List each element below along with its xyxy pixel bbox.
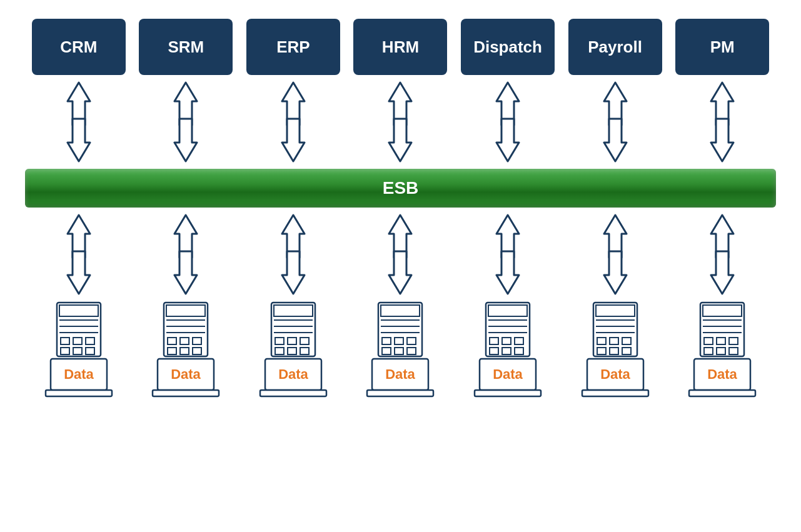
svg-marker-27 xyxy=(711,251,733,294)
svg-rect-119 xyxy=(703,305,742,316)
svg-rect-98 xyxy=(515,348,523,354)
module-hrm: HRM xyxy=(353,19,447,75)
module-srm: SRM xyxy=(139,19,233,75)
top-arrow-3 xyxy=(353,81,447,163)
bottom-arrow-6 xyxy=(675,214,769,295)
server-unit-6: Data xyxy=(675,301,769,401)
server-unit-2: Data xyxy=(246,301,340,401)
svg-rect-63 xyxy=(275,338,284,344)
svg-rect-50 xyxy=(193,338,201,344)
svg-rect-108 xyxy=(597,338,606,344)
svg-rect-127 xyxy=(717,348,725,354)
module-dispatch: Dispatch xyxy=(461,19,555,75)
module-payroll: Payroll xyxy=(568,19,662,75)
server-unit-4: Data xyxy=(461,301,555,401)
laptop-icon-5: Data xyxy=(581,358,650,401)
svg-text:Data: Data xyxy=(386,366,416,382)
svg-rect-34 xyxy=(73,338,82,344)
svg-marker-13 xyxy=(711,119,733,161)
svg-rect-113 xyxy=(622,348,631,354)
svg-marker-11 xyxy=(604,119,627,161)
bottom-arrow-5 xyxy=(568,214,662,295)
server-icon-1 xyxy=(158,301,214,358)
svg-rect-110 xyxy=(622,338,631,344)
svg-rect-80 xyxy=(407,338,416,344)
svg-rect-68 xyxy=(300,348,309,354)
svg-rect-66 xyxy=(275,348,284,354)
svg-rect-49 xyxy=(180,338,189,344)
svg-rect-36 xyxy=(61,348,69,354)
svg-marker-7 xyxy=(389,119,411,161)
svg-rect-57 xyxy=(153,390,219,396)
top-arrow-2 xyxy=(246,81,340,163)
svg-rect-87 xyxy=(367,390,433,396)
svg-marker-21 xyxy=(389,251,411,294)
svg-marker-15 xyxy=(68,251,90,294)
top-arrow-0 xyxy=(32,81,126,163)
svg-rect-29 xyxy=(59,305,98,316)
module-pm: PM xyxy=(675,19,769,75)
bottom-arrow-3 xyxy=(353,214,447,295)
server-icon-5 xyxy=(587,301,643,358)
svg-rect-72 xyxy=(260,390,326,396)
svg-marker-3 xyxy=(174,119,197,161)
svg-rect-82 xyxy=(395,348,403,354)
svg-rect-117 xyxy=(582,390,648,396)
svg-rect-33 xyxy=(61,338,69,344)
svg-rect-67 xyxy=(288,348,296,354)
svg-rect-65 xyxy=(300,338,309,344)
top-arrow-5 xyxy=(568,81,662,163)
svg-rect-126 xyxy=(704,348,713,354)
server-icon-2 xyxy=(265,301,321,358)
bottom-arrows-row xyxy=(25,208,776,301)
modules-row: CRMSRMERPHRMDispatchPayrollPM xyxy=(25,19,776,75)
svg-marker-1 xyxy=(68,119,90,161)
bottom-arrow-1 xyxy=(139,214,233,295)
top-arrows-row xyxy=(25,75,776,169)
laptop-icon-1: Data xyxy=(151,358,220,401)
svg-rect-37 xyxy=(73,348,82,354)
svg-rect-59 xyxy=(274,305,313,316)
svg-text:Data: Data xyxy=(64,366,94,382)
svg-rect-64 xyxy=(288,338,296,344)
svg-rect-96 xyxy=(490,348,498,354)
laptop-icon-6: Data xyxy=(688,358,757,401)
server-unit-5: Data xyxy=(568,301,662,401)
laptop-icon-4: Data xyxy=(473,358,542,401)
svg-marker-17 xyxy=(174,251,197,294)
diagram-container: CRMSRMERPHRMDispatchPayrollPM ESB DataDa… xyxy=(0,0,801,532)
laptop-icon-3: Data xyxy=(366,358,435,401)
svg-rect-104 xyxy=(596,305,635,316)
svg-rect-123 xyxy=(704,338,713,344)
svg-rect-102 xyxy=(475,390,541,396)
svg-marker-9 xyxy=(496,119,519,161)
svg-rect-35 xyxy=(86,338,94,344)
svg-rect-112 xyxy=(610,348,618,354)
svg-rect-93 xyxy=(490,338,498,344)
svg-rect-124 xyxy=(717,338,725,344)
bottom-arrow-2 xyxy=(246,214,340,295)
server-icon-6 xyxy=(694,301,750,358)
server-icon-4 xyxy=(480,301,536,358)
esb-bar: ESB xyxy=(25,169,776,208)
svg-rect-97 xyxy=(502,348,511,354)
svg-rect-44 xyxy=(166,305,205,316)
top-arrow-6 xyxy=(675,81,769,163)
svg-rect-83 xyxy=(407,348,416,354)
servers-row: DataDataDataDataDataDataData xyxy=(25,301,776,401)
server-unit-3: Data xyxy=(353,301,447,401)
svg-text:Data: Data xyxy=(171,366,201,382)
laptop-icon-2: Data xyxy=(259,358,328,401)
svg-rect-95 xyxy=(515,338,523,344)
top-arrow-4 xyxy=(461,81,555,163)
server-unit-0: Data xyxy=(32,301,126,401)
svg-rect-48 xyxy=(168,338,176,344)
module-erp: ERP xyxy=(246,19,340,75)
laptop-icon-0: Data xyxy=(44,358,113,401)
svg-rect-125 xyxy=(729,338,738,344)
svg-marker-25 xyxy=(604,251,627,294)
svg-rect-111 xyxy=(597,348,606,354)
module-crm: CRM xyxy=(32,19,126,75)
svg-rect-128 xyxy=(729,348,738,354)
svg-text:Data: Data xyxy=(707,366,737,382)
